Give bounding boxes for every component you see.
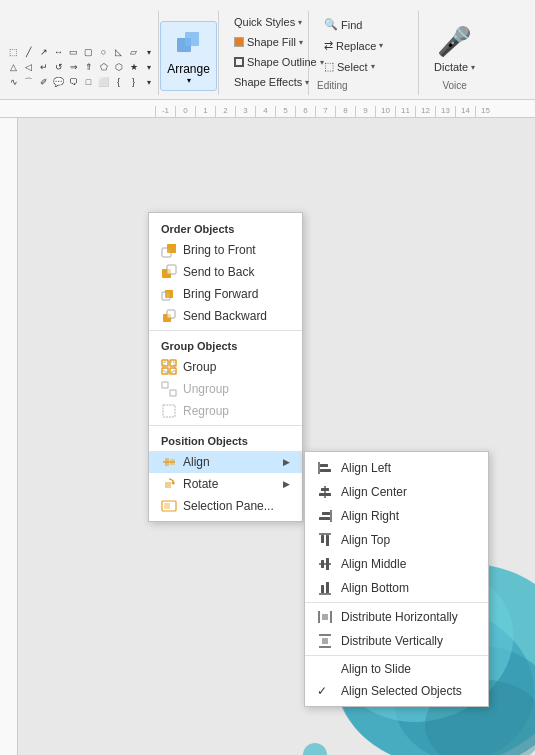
align-bottom-item[interactable]: Align Bottom bbox=[305, 576, 488, 600]
ungroup-item[interactable]: Ungroup bbox=[149, 378, 302, 400]
freeform[interactable]: ✐ bbox=[37, 75, 51, 89]
svg-rect-40 bbox=[321, 488, 329, 491]
align-submenu-arrow: ▶ bbox=[283, 457, 290, 467]
bring-to-front-item[interactable]: Bring to Front bbox=[149, 239, 302, 261]
dbl-arrow-tool[interactable]: ↔ bbox=[52, 45, 66, 59]
svg-rect-34 bbox=[165, 458, 169, 466]
bring-forward-label: Bring Forward bbox=[183, 287, 258, 301]
tool-grid: ⬚ ╱ ↗ ↔ ▭ ▢ ○ ◺ ▱ ▾ △ ◁ ↵ ↺ ⇒ ⇑ ⬠ ⬡ ★ ▾ … bbox=[7, 45, 156, 89]
svg-rect-25 bbox=[162, 360, 168, 366]
svg-rect-30 bbox=[162, 382, 168, 388]
bezier-tool[interactable]: ⌒ bbox=[22, 75, 36, 89]
svg-point-6 bbox=[303, 743, 327, 755]
circle-tool[interactable]: ○ bbox=[97, 45, 111, 59]
round-rect-tool[interactable]: ▢ bbox=[82, 45, 96, 59]
dictate-button[interactable]: Dictate ▾ bbox=[427, 58, 482, 76]
penta[interactable]: ⬠ bbox=[97, 60, 111, 74]
send-to-back-icon bbox=[161, 264, 177, 280]
callout4[interactable]: ⬜ bbox=[97, 75, 111, 89]
arrange-arrow: ▾ bbox=[187, 76, 191, 85]
regroup-item[interactable]: Regroup bbox=[149, 400, 302, 422]
shape-fill-icon bbox=[234, 37, 244, 47]
svg-rect-29 bbox=[164, 362, 174, 372]
selection-pane-item[interactable]: Selection Pane... bbox=[149, 495, 302, 517]
brace-close[interactable]: } bbox=[127, 75, 141, 89]
arrow-tool[interactable]: ↗ bbox=[37, 45, 51, 59]
align-to-slide-label: Align to Slide bbox=[341, 662, 411, 676]
more-shapes[interactable]: ▾ bbox=[142, 45, 156, 59]
ungroup-icon bbox=[161, 381, 177, 397]
distribute-vertically-item[interactable]: Distribute Vertically bbox=[305, 629, 488, 653]
align-to-slide-item[interactable]: Align to Slide bbox=[305, 658, 488, 680]
svg-rect-46 bbox=[321, 535, 324, 543]
curve-tool[interactable]: ∿ bbox=[7, 75, 21, 89]
block-arrow[interactable]: ⇒ bbox=[67, 60, 81, 74]
tri-tool[interactable]: △ bbox=[7, 60, 21, 74]
svg-rect-61 bbox=[165, 482, 171, 488]
ruler-mark: 5 bbox=[275, 106, 295, 117]
align-selected-objects-label: Align Selected Objects bbox=[341, 684, 462, 698]
replace-button[interactable]: ⇄ Replace ▾ bbox=[317, 36, 390, 55]
selection-pane-label: Selection Pane... bbox=[183, 499, 274, 513]
send-backward-label: Send Backward bbox=[183, 309, 267, 323]
curved-arrow[interactable]: ↺ bbox=[52, 60, 66, 74]
line-tool[interactable]: ╱ bbox=[22, 45, 36, 59]
block-arrow2[interactable]: ⇑ bbox=[82, 60, 96, 74]
hexa[interactable]: ⬡ bbox=[112, 60, 126, 74]
select-tool[interactable]: ⬚ bbox=[7, 45, 21, 59]
bent-arrow[interactable]: ↵ bbox=[37, 60, 51, 74]
svg-rect-26 bbox=[170, 360, 176, 366]
brace-open[interactable]: { bbox=[112, 75, 126, 89]
svg-rect-24 bbox=[163, 314, 171, 322]
svg-rect-49 bbox=[321, 560, 324, 568]
callout3[interactable]: □ bbox=[82, 75, 96, 89]
align-top-item[interactable]: Align Top bbox=[305, 528, 488, 552]
align-right-item[interactable]: Align Right bbox=[305, 504, 488, 528]
svg-rect-21 bbox=[165, 290, 173, 298]
align-center-icon bbox=[317, 484, 333, 500]
rotate-submenu-arrow: ▶ bbox=[283, 479, 290, 489]
svg-rect-32 bbox=[163, 405, 175, 417]
distribute-horizontally-item[interactable]: Distribute Horizontally bbox=[305, 605, 488, 629]
align-middle-item[interactable]: Align Middle bbox=[305, 552, 488, 576]
align-selected-objects-item[interactable]: ✓ Align Selected Objects bbox=[305, 680, 488, 702]
bring-forward-icon bbox=[161, 286, 177, 302]
replace-icon: ⇄ bbox=[324, 39, 333, 52]
align-item[interactable]: Align ▶ Align Left bbox=[149, 451, 302, 473]
arrange-label: Arrange bbox=[167, 62, 210, 76]
distribute-vertically-label: Distribute Vertically bbox=[341, 634, 443, 648]
callout1[interactable]: 💬 bbox=[52, 75, 66, 89]
bring-forward-item[interactable]: Bring Forward bbox=[149, 283, 302, 305]
align-icon bbox=[161, 454, 177, 470]
rotate-item[interactable]: Rotate ▶ bbox=[149, 473, 302, 495]
more-shapes2[interactable]: ▾ bbox=[142, 60, 156, 74]
right-tri-tool[interactable]: ◺ bbox=[112, 45, 126, 59]
group-item[interactable]: Group bbox=[149, 356, 302, 378]
rotate-icon bbox=[161, 476, 177, 492]
para-tool[interactable]: ▱ bbox=[127, 45, 141, 59]
select-button[interactable]: ⬚ Select ▾ bbox=[317, 57, 390, 76]
align-left-icon bbox=[317, 460, 333, 476]
arrange-button[interactable]: Arrange ▾ bbox=[160, 21, 217, 91]
svg-rect-53 bbox=[326, 582, 329, 593]
arrange-dropdown: Order Objects Bring to Front Send to Bac… bbox=[148, 212, 303, 522]
send-to-back-item[interactable]: Send to Back bbox=[149, 261, 302, 283]
send-backward-item[interactable]: Send Backward bbox=[149, 305, 302, 327]
align-center-item[interactable]: Align Center bbox=[305, 480, 488, 504]
ruler-mark: 13 bbox=[435, 106, 455, 117]
find-button[interactable]: 🔍 Find bbox=[317, 15, 390, 34]
ruler-mark: 2 bbox=[215, 106, 235, 117]
star-tool[interactable]: ★ bbox=[127, 60, 141, 74]
more-shapes3[interactable]: ▾ bbox=[142, 75, 156, 89]
rect-tool[interactable]: ▭ bbox=[67, 45, 81, 59]
voice-group: 🎤 Dictate ▾ Voice bbox=[419, 21, 490, 95]
rtri-tool[interactable]: ◁ bbox=[22, 60, 36, 74]
callout2[interactable]: 🗨 bbox=[67, 75, 81, 89]
styles-group: Quick Styles ▾ Shape Fill ▾ Shape Outlin… bbox=[219, 11, 309, 95]
distribute-horizontally-label: Distribute Horizontally bbox=[341, 610, 458, 624]
svg-rect-47 bbox=[326, 535, 329, 546]
regroup-icon bbox=[161, 403, 177, 419]
shape-fill-label: Shape Fill bbox=[247, 36, 296, 48]
align-left-item[interactable]: Align Left bbox=[305, 456, 488, 480]
send-backward-icon bbox=[161, 308, 177, 324]
